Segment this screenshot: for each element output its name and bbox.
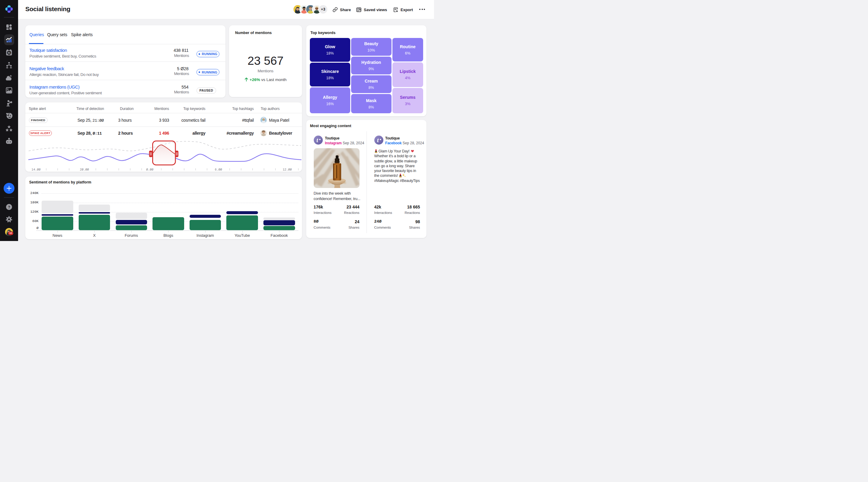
svg-text:2Ø.ØØ: 2Ø.ØØ bbox=[80, 168, 89, 171]
svg-text:6.ØØ: 6.ØØ bbox=[215, 168, 222, 171]
svg-text:31: 31 bbox=[7, 51, 10, 54]
svg-text:?: ? bbox=[8, 205, 10, 210]
svg-text:14.ØØ: 14.ØØ bbox=[31, 168, 40, 171]
svg-text:12.ØØ: 12.ØØ bbox=[283, 168, 292, 171]
svg-text:Ø.ØØ: Ø.ØØ bbox=[146, 168, 153, 171]
